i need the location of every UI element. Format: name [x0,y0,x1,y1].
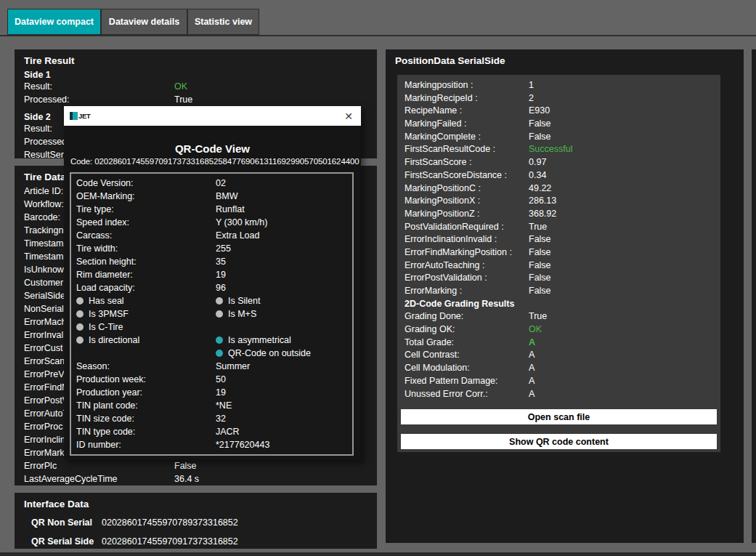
table-row: Rim diameter:19 [76,270,352,283]
row-label: Load capacity: [76,283,216,293]
row-label: Processed: [15,94,174,105]
close-icon[interactable]: ✕ [344,111,353,121]
table-row: Carcass:Extra Load [76,230,352,243]
tab-statistic-view[interactable]: Statistic view [187,9,259,35]
indicator-row: Is C-Tire [76,322,352,335]
row-value: E930 [529,105,550,116]
row-value: A [529,376,535,386]
row-value: 020286017455970789373316852 [102,513,238,532]
table-row: MarkingFailed :False [405,118,720,132]
row-value: 0.34 [529,170,546,180]
row-label: Cell Contrast: [405,350,529,360]
table-row: Grading OK:OK [405,324,720,337]
row-value: A [529,363,535,373]
table-row: MarkingComplete :False [405,132,720,145]
table-row: Markingposition :1 [405,80,720,93]
row-value: 50 [216,374,226,384]
row-label: Section height: [76,257,216,267]
open-scan-file-button[interactable]: Open scan file [401,409,717,424]
qr-code-string: Code: 0202860174559709173733168525847769… [70,157,359,166]
indicator-label: Is asymmetrical [228,335,291,345]
row-label: FirstScanResultCode : [405,144,529,154]
row-value: True [529,222,547,232]
indicator-dot [216,350,223,357]
table-row: PostValidationRequired :True [405,222,720,235]
indicator-label: Is 3PMSF [89,309,129,319]
row-value: False [529,132,551,142]
left-indicator-cell: Is 3PMSF [76,309,216,319]
table-row: Cell Modulation:A [405,363,720,376]
row-label: Grading Done: [405,311,529,321]
table-row: FirstScanScoreDistance :0.34 [405,170,720,183]
row-value: OK [529,324,542,334]
row-value: False [174,461,197,471]
table-row: FirstScanScore :0.97 [405,157,720,170]
indicator-label: Has seal [89,296,124,306]
tabbar-divider [0,35,756,36]
table-row: MarkingPositionX :286.13 [405,196,720,209]
row-label: MarkingFailed : [405,118,529,129]
row-value: True [174,94,192,105]
table-row: Grading Done:True [405,311,720,324]
table-row: LastAverageCycleTime36.4 s [15,474,377,487]
indicator-row: Is directionalIs asymmetrical [76,335,352,348]
table-row: Load capacity:96 [76,283,352,296]
table-row: RecipeName :E930 [405,105,720,118]
row-value: A [529,337,535,347]
row-value: 36.4 s [174,474,199,484]
indicator-dot [216,297,223,305]
right-indicator-cell: Is M+S [216,309,256,319]
dialog-title: QR-Code View [64,142,361,155]
tab-dataview-compact[interactable]: Dataview compact [7,9,101,35]
row-label: FirstScanScore : [405,157,529,167]
row-label: Result: [15,81,174,92]
right-indicator-cell: Is asymmetrical [216,335,291,345]
row-label: Unussed Error Corr.: [405,389,529,399]
right-indicator-cell: QR-Code on outside [216,348,311,358]
row-label: MarkingPositionC : [405,183,529,193]
row-value: 0.97 [529,157,546,167]
indicator-dot [76,310,84,318]
indicator-dot [216,337,223,344]
row-value: 19 [216,270,226,280]
indicator-label: Is C-Tire [89,322,123,332]
row-label: ErrorAutoTeaching : [405,260,529,270]
left-indicator-cell: Is C-Tire [76,322,216,332]
tire-data-title: Tire Data [24,172,66,182]
row-label: MarkingComplete : [405,132,529,142]
position-data-panel: PositionData SerialSide Markingposition … [386,49,744,543]
indicator-dot [216,310,223,318]
table-row: Tire width:255 [76,243,352,257]
interface-data-rows: QR Non Serial020286017455970789373316852… [15,513,377,551]
indicator-label: Is directional [89,335,139,345]
row-label: MarkingPositionX : [405,196,529,206]
row-value: Summer [216,361,250,371]
indicator-label: Is Silent [228,296,260,306]
table-row: MarkingPositionC :49.22 [405,183,720,196]
row-label: FirstScanScoreDistance : [405,170,529,180]
row-label: Markingposition : [405,80,529,90]
tab-dataview-details[interactable]: Dataview details [101,9,187,35]
row-label: MarkingPositionZ : [405,209,529,219]
show-qr-code-content-button[interactable]: Show QR code content [401,434,717,449]
table-row: ID number:*2177620443 [76,440,352,453]
row-label: Production year: [76,387,216,398]
row-value: 02 [216,178,226,188]
table-row: ErrorPostValidation :False [405,273,720,286]
row-value: 32 [216,414,226,424]
indicator-label: QR-Code on outside [228,348,311,358]
row-value: False [529,234,551,244]
row-label: Production week: [76,374,216,384]
row-value: False [529,286,551,296]
dialog-titlebar[interactable]: JET ✕ [64,106,361,126]
table-row: Production week:50 [76,374,352,387]
interface-data-title: Interface Data [24,499,89,509]
row-value: Y (300 km/h) [216,217,267,227]
row-label: Carcass: [76,230,216,241]
table-row: Unussed Error Corr.:A [405,389,720,402]
position-data-rows: Markingposition :1MarkingRecipeId :2Reci… [397,75,720,401]
row-label: Tire width: [76,243,216,254]
table-row: ErrorInclinationInvalid :False [405,234,720,247]
table-row: Speed index:Y (300 km/h) [76,217,352,230]
table-row: Code Version:02 [76,178,352,191]
